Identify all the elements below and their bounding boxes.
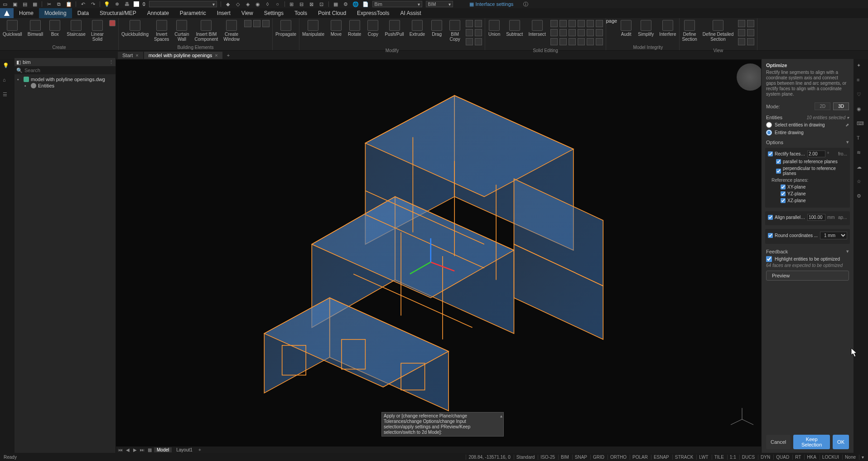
rail-home-icon[interactable]: ⌂ (3, 77, 12, 86)
menu-tab-aiassist[interactable]: AI Assist (395, 8, 426, 18)
ribbon-quickbuilding[interactable]: Quickbuilding (119, 18, 151, 39)
radio-select-entities[interactable] (766, 122, 772, 128)
qat-cube2-icon[interactable]: ⊟ (299, 1, 305, 7)
ribbon-extra-icon[interactable] (738, 38, 745, 45)
layout-grid-icon[interactable]: ▦ (147, 447, 152, 452)
qat-gear-icon[interactable]: ⚙ (342, 1, 349, 7)
layout-first-icon[interactable]: ⏮ (118, 447, 123, 452)
menu-tab-structural[interactable]: Structural/MEP (94, 8, 142, 18)
qat-copy-icon[interactable]: ⧉ (56, 1, 62, 7)
qat-tool4-icon[interactable]: ◉ (255, 1, 261, 7)
ribbon-extra-icon[interactable] (569, 29, 576, 36)
menu-tab-view[interactable]: View (236, 8, 259, 18)
radio-entire-drawing[interactable] (766, 130, 772, 136)
ribbon-audit[interactable]: Audit (617, 18, 635, 39)
ribbon-staircase[interactable]: Staircase (64, 18, 88, 39)
close-icon[interactable]: × (215, 53, 217, 58)
ribbon-definedetailed[interactable]: Define Detailed Section (700, 18, 736, 44)
ribbon-definesection[interactable]: Define Section (680, 18, 700, 44)
ribbon-extra-icon[interactable] (475, 38, 482, 45)
qat-redo-icon[interactable]: ↷ (90, 1, 96, 7)
scroll-up-icon[interactable]: ▴ (500, 413, 502, 419)
mode-3d-button[interactable]: 3D (833, 102, 849, 110)
chevron-down-icon[interactable]: ▾ (846, 139, 849, 145)
menu-tab-data[interactable]: Data (72, 8, 94, 18)
check-round-coord[interactable] (768, 233, 773, 238)
status-esnap[interactable]: ESNAP (651, 455, 671, 460)
menu-tab-insert[interactable]: Insert (212, 8, 236, 18)
axis-widget[interactable] (728, 406, 756, 433)
qat-print-icon[interactable]: 🖶 (124, 1, 130, 7)
menu-tab-expresstools[interactable]: ExpressTools (352, 8, 395, 18)
qat-globe-icon[interactable]: 🌐 (352, 1, 359, 7)
ribbon-extra-icon[interactable] (466, 29, 473, 36)
ribbon-extra-icon[interactable] (550, 38, 558, 45)
pick-icon[interactable]: ⬈ (845, 122, 849, 127)
ribbon-bimwall[interactable]: Bimwall (25, 18, 46, 39)
rail-keyboard-icon[interactable]: ⌨ (857, 121, 865, 129)
tree-root-node[interactable]: ▪ model with polyline openings.dwg (17, 76, 113, 82)
viewport-3d[interactable]: ▴ Apply or [change reference Plane/chang… (116, 60, 769, 446)
ribbon-extra-icon[interactable] (738, 20, 745, 27)
status-lwt[interactable]: LWT (696, 455, 710, 460)
status-strack[interactable]: STRACK (672, 455, 696, 460)
ribbon-extra-icon[interactable] (738, 29, 745, 36)
entities-count[interactable]: 10 entities selected ▾ (807, 115, 849, 120)
check-yz[interactable] (781, 191, 786, 196)
structure-search[interactable]: 🔍 (14, 66, 116, 74)
command-line[interactable]: ▴ Apply or [change reference Plane/chang… (381, 412, 504, 437)
rail-heart-icon[interactable]: ♡ (857, 92, 865, 100)
ribbon-quickwall[interactable]: Quickwall (0, 18, 25, 39)
qat-new-icon[interactable]: ▭ (2, 1, 8, 7)
check-parallel[interactable] (776, 159, 781, 164)
layer-combo[interactable]: ▾ (149, 1, 217, 7)
status-tile[interactable]: TILE (712, 455, 726, 460)
qat-save-icon[interactable]: ▤ (22, 1, 28, 7)
ribbon-extra-icon[interactable] (747, 38, 754, 45)
qat-tool2-icon[interactable]: ◇ (235, 1, 241, 7)
doc-tab-model[interactable]: model with polyline openings× (144, 52, 222, 59)
rail-tree-icon[interactable]: ☰ (3, 92, 12, 101)
tree-entities-node[interactable]: ▪ Entities (17, 82, 113, 89)
layout-tab-layout1[interactable]: Layout1 (174, 447, 195, 452)
doc-tab-start[interactable]: Start× (118, 52, 143, 59)
ribbon-extra-icon[interactable] (596, 29, 603, 36)
ribbon-extra-icon[interactable] (559, 20, 567, 27)
rectify-value-input[interactable] (807, 150, 825, 157)
expand-icon[interactable]: ▪ (24, 83, 29, 88)
qat-tool6-icon[interactable]: ○ (275, 1, 281, 7)
status-dyn[interactable]: DYN (758, 455, 772, 460)
ribbon-extra-icon[interactable] (253, 20, 260, 27)
chevron-down-icon[interactable]: ▾ (846, 248, 849, 254)
layout-next-icon[interactable]: ▶ (132, 447, 138, 452)
chevron-down-icon[interactable]: ▾ (847, 115, 849, 120)
workspace-combo-2[interactable]: BIM▾ (426, 1, 453, 7)
app-logo-button[interactable] (0, 8, 14, 18)
viewcube[interactable] (737, 63, 764, 91)
ribbon-manipulate[interactable]: Manipulate (299, 18, 327, 39)
check-perpendicular[interactable] (776, 169, 781, 174)
ribbon-extra-icon[interactable] (578, 20, 585, 27)
menu-tab-tools[interactable]: Tools (289, 8, 313, 18)
layout-tab-model[interactable]: Model (154, 447, 172, 452)
qat-cube4-icon[interactable]: ⊡ (318, 1, 325, 7)
status-bim[interactable]: BIM (558, 455, 571, 460)
ribbon-intersect[interactable]: Intersect (526, 18, 548, 39)
workspace-combo-1[interactable]: Bim▾ (372, 1, 422, 7)
ribbon-extra-icon[interactable] (596, 38, 603, 45)
menu-tab-annotate[interactable]: Annotate (142, 8, 174, 18)
rail-cloud-icon[interactable]: ☁ (857, 164, 865, 172)
qat-cube3-icon[interactable]: ⊠ (309, 1, 315, 7)
status-rt[interactable]: RT (792, 455, 803, 460)
panel-menu-icon[interactable]: ⋮ (109, 59, 114, 65)
ribbon-extra-icon[interactable] (559, 29, 567, 36)
status-hka[interactable]: HKA (804, 455, 819, 460)
qat-undo-icon[interactable]: ↶ (80, 1, 86, 7)
layout-last-icon[interactable]: ⏭ (140, 447, 145, 452)
status-menu-icon[interactable]: ▾ (859, 455, 866, 460)
ribbon-extra-icon[interactable] (747, 20, 754, 27)
ribbon-insertbim[interactable]: Insert BIM Component (192, 18, 221, 44)
layout-add-icon[interactable]: + (197, 447, 203, 452)
expand-icon[interactable]: ▪ (17, 77, 22, 82)
ribbon-bimcopy[interactable]: BIM Copy (446, 18, 464, 44)
